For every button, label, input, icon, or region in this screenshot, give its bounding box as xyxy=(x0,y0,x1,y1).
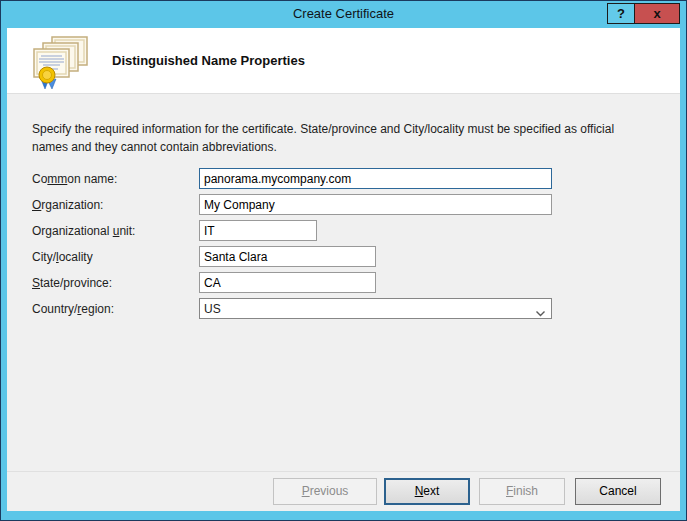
state-province-row: State/province: xyxy=(7,272,680,293)
organization-label: Organization: xyxy=(32,198,199,212)
state-province-input[interactable] xyxy=(199,272,376,293)
close-icon: x xyxy=(653,6,660,21)
help-button[interactable]: ? xyxy=(607,3,635,24)
country-region-select[interactable]: US xyxy=(199,298,552,319)
instructions-text: Specify the required information for the… xyxy=(32,120,644,156)
page-title: Distinguished Name Properties xyxy=(112,53,305,68)
footer-divider xyxy=(7,471,680,472)
cancel-button[interactable]: Cancel xyxy=(575,478,661,505)
finish-button: Finish xyxy=(479,478,565,505)
city-locality-label: City/locality xyxy=(32,250,199,264)
organization-row: Organization: xyxy=(7,194,680,215)
create-certificate-dialog: Create Certificate ? x xyxy=(0,0,687,521)
country-region-row: Country/region: US xyxy=(7,298,680,319)
titlebar[interactable]: Create Certificate ? x xyxy=(1,1,686,28)
certificates-icon xyxy=(32,36,88,93)
country-region-label: Country/region: xyxy=(32,302,199,316)
wizard-header: Distinguished Name Properties xyxy=(7,28,680,94)
window-title: Create Certificate xyxy=(1,1,686,27)
dialog-client-area: Distinguished Name Properties Specify th… xyxy=(7,28,680,511)
previous-button: Previous xyxy=(273,478,377,505)
close-button[interactable]: x xyxy=(634,3,680,24)
city-locality-input[interactable] xyxy=(199,246,376,267)
country-region-value: US xyxy=(204,302,221,316)
next-button[interactable]: Next xyxy=(384,478,470,505)
organization-input[interactable] xyxy=(199,194,552,215)
common-name-input[interactable] xyxy=(199,168,552,189)
help-icon: ? xyxy=(617,6,625,21)
common-name-row: Common name: xyxy=(7,168,680,189)
certificate-form: Common name: Organization: Organizationa… xyxy=(7,168,680,319)
common-name-label: Common name: xyxy=(32,172,199,186)
organizational-unit-input[interactable] xyxy=(199,220,317,241)
city-locality-row: City/locality xyxy=(7,246,680,267)
state-province-label: State/province: xyxy=(32,276,199,290)
organizational-unit-row: Organizational unit: xyxy=(7,220,680,241)
chevron-down-icon xyxy=(536,306,545,320)
organizational-unit-label: Organizational unit: xyxy=(32,224,199,238)
